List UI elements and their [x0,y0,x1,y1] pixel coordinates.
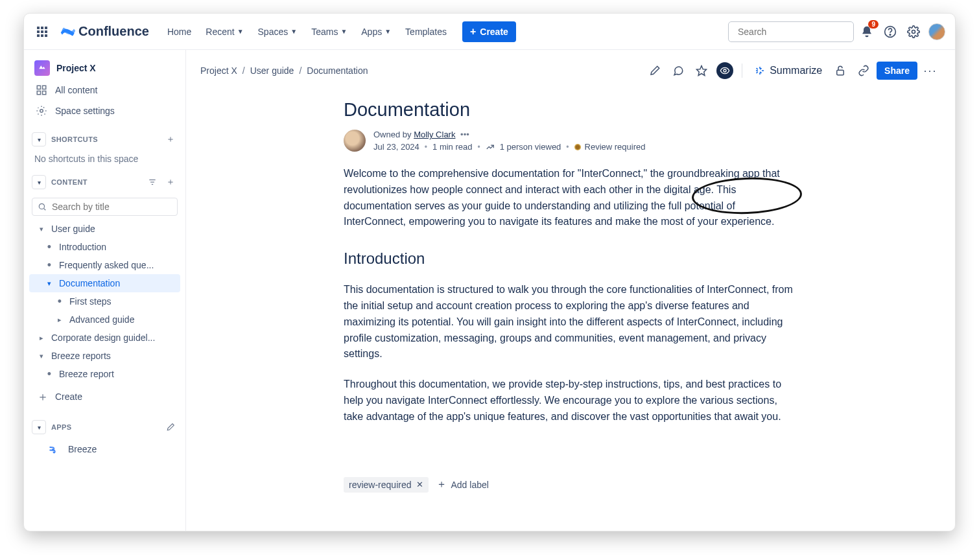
svg-rect-0 [37,27,40,29]
plus-icon: ＋ [166,134,175,145]
avatar-icon [928,23,945,40]
svg-marker-24 [697,66,707,76]
tree-introduction[interactable]: •Introduction [29,238,180,256]
view-count[interactable]: 1 person viewed [500,142,561,152]
svg-rect-16 [37,91,40,95]
summarize-button[interactable]: Summarize [749,62,827,80]
shortcuts-empty-hint: No shortcuts in this space [29,151,180,164]
chevron-down-icon: ▾ [36,225,47,233]
body-paragraph: This documentation is structured to walk… [344,282,797,362]
tree-breeze-reports[interactable]: ▾Breeze reports [29,347,180,365]
author-link[interactable]: Molly Clark [414,130,455,139]
chevron-right-icon: ▸ [54,316,65,324]
crumb-parent[interactable]: User guide [250,65,294,76]
svg-rect-14 [37,86,40,89]
plus-icon: + [470,26,476,38]
link-icon [858,65,869,76]
svg-rect-8 [45,34,47,37]
nav-apps[interactable]: Apps▼ [355,23,397,41]
app-breeze[interactable]: Breeze [29,439,180,460]
svg-rect-7 [41,34,43,37]
create-button[interactable]: + Create [462,21,516,42]
top-nav: Confluence Home Recent▼ Spaces▼ Teams▼ A… [24,14,955,50]
main-content: Project X / User guide / Documentation S… [186,50,955,531]
chevron-down-icon[interactable]: ▾ [32,132,46,146]
tree-breeze-report[interactable]: •Breeze report [29,365,180,383]
chevron-down-icon: ▾ [36,352,47,360]
svg-point-18 [40,110,43,113]
edit-apps-button[interactable] [163,420,178,434]
tree-first-steps[interactable]: •First steps [29,292,180,310]
notifications-button[interactable]: 9 [856,21,877,42]
sidebar-all-content[interactable]: All content [29,80,180,100]
app-switcher-icon[interactable] [32,21,53,42]
confluence-icon [60,24,76,40]
chevron-down-icon: ▾ [43,279,55,288]
labels-row: review-required ✕ ＋ Add label [344,477,797,493]
gear-icon [36,105,47,117]
title-search-input[interactable] [52,202,172,212]
remove-label-icon[interactable]: ✕ [415,480,425,489]
settings-button[interactable] [903,21,924,42]
sidebar-space-settings[interactable]: Space settings [29,100,180,121]
nav-home[interactable]: Home [161,23,198,41]
label-chip[interactable]: review-required ✕ [344,477,429,493]
status-pill[interactable]: Review required [574,142,646,152]
edit-button[interactable] [644,60,665,81]
help-icon [884,25,897,38]
tree-user-guide[interactable]: ▾User guide [29,220,180,238]
notification-count: 9 [868,20,879,29]
gear-icon [907,25,920,38]
global-search[interactable] [728,21,854,42]
nav-spaces[interactable]: Spaces▼ [252,23,304,41]
chevron-down-icon[interactable]: ▾ [32,175,46,189]
intro-paragraph: Welcome to the comprehensive documentati… [344,166,797,230]
svg-rect-1 [41,27,43,29]
more-actions-button[interactable]: ··· [920,60,941,81]
chevron-down-icon[interactable]: ▾ [32,420,46,434]
help-button[interactable] [880,21,901,42]
star-icon [696,65,707,76]
sidebar-create-button[interactable]: ＋ Create [29,384,180,409]
star-button[interactable] [691,60,712,81]
ey-icon [720,65,730,76]
share-button[interactable]: Share [877,62,917,80]
copy-link-button[interactable] [853,60,874,81]
tree-corporate-design[interactable]: ▸Corporate design guidel... [29,329,180,347]
product-name: Confluence [78,24,149,39]
tree-documentation[interactable]: ▾Documentation [29,274,180,292]
profile-avatar[interactable] [926,21,947,42]
add-shortcut-button[interactable]: ＋ [163,132,178,146]
chevron-down-icon: ▼ [384,28,391,35]
author-avatar[interactable] [344,130,366,152]
space-header[interactable]: Project X [29,56,180,80]
restrictions-button[interactable] [830,60,851,81]
tree-advanced-guide[interactable]: ▸Advanced guide [29,310,180,329]
nav-teams[interactable]: Teams▼ [305,23,353,41]
search-input[interactable] [738,27,851,37]
svg-line-23 [44,209,46,211]
add-label-button[interactable]: ＋ Add label [436,478,488,491]
byline: Owned by Molly Clark ••• Jul 23, 2024 • … [344,130,797,152]
more-icon: ··· [923,64,937,78]
add-content-button[interactable]: ＋ [163,175,178,189]
svg-rect-2 [45,27,47,29]
tree-faq[interactable]: •Frequently asked que... [29,256,180,274]
nav-recent[interactable]: Recent▼ [199,23,250,41]
crumb-space[interactable]: Project X [200,65,237,76]
product-logo[interactable]: Confluence [55,24,154,40]
chevron-down-icon: ▼ [290,28,297,35]
byline-more-icon[interactable]: ••• [458,130,472,139]
svg-point-25 [724,69,726,72]
breadcrumb: Project X / User guide / Documentation [200,65,368,76]
article: Documentation Owned by Molly Clark ••• J… [331,86,810,519]
comment-button[interactable] [668,60,689,81]
title-search[interactable] [32,198,178,216]
page-actions: Summarize Share ··· [644,60,941,81]
svg-rect-4 [41,30,43,33]
status-label: Review required [585,142,646,152]
watch-button[interactable] [714,60,735,81]
nav-templates[interactable]: Templates [399,23,453,41]
filter-icon [148,178,157,187]
filter-button[interactable] [145,175,159,189]
